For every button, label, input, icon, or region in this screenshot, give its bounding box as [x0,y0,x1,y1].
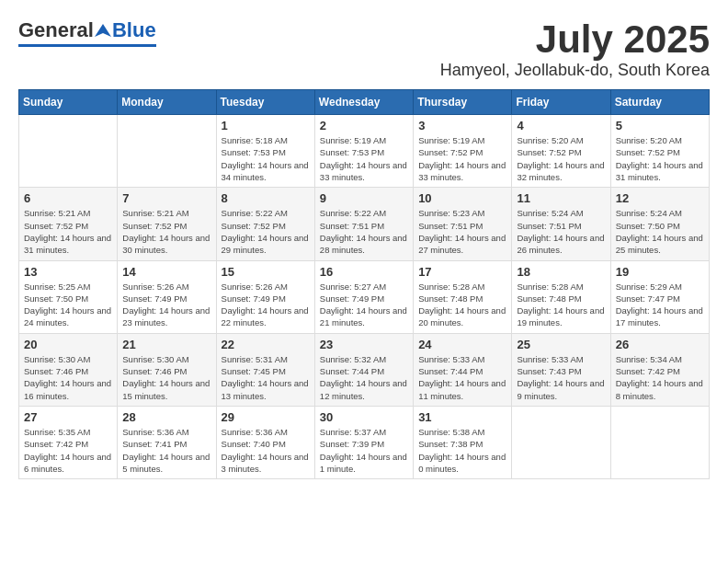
calendar-cell: 3Sunrise: 5:19 AM Sunset: 7:52 PM Daylig… [414,115,512,188]
day-info: Sunrise: 5:22 AM Sunset: 7:51 PM Dayligh… [320,207,408,256]
calendar-cell: 9Sunrise: 5:22 AM Sunset: 7:51 PM Daylig… [314,188,413,260]
day-info: Sunrise: 5:34 AM Sunset: 7:42 PM Dayligh… [616,353,704,402]
day-number: 23 [320,338,408,351]
calendar-cell: 29Sunrise: 5:36 AM Sunset: 7:40 PM Dayli… [216,406,314,478]
calendar-cell: 17Sunrise: 5:28 AM Sunset: 7:48 PM Dayli… [414,260,512,333]
calendar-cell: 30Sunrise: 5:37 AM Sunset: 7:39 PM Dayli… [314,406,413,478]
calendar-cell: 27Sunrise: 5:35 AM Sunset: 7:42 PM Dayli… [19,406,118,478]
weekday-header-thursday: Thursday [414,90,512,115]
day-info: Sunrise: 5:26 AM Sunset: 7:49 PM Dayligh… [222,281,310,329]
calendar-cell: 8Sunrise: 5:22 AM Sunset: 7:52 PM Daylig… [216,188,314,260]
calendar-cell: 23Sunrise: 5:32 AM Sunset: 7:44 PM Dayli… [314,333,413,406]
logo-underline [18,44,156,47]
day-number: 12 [616,191,704,205]
day-info: Sunrise: 5:19 AM Sunset: 7:52 PM Dayligh… [418,134,506,183]
week-row-3: 13Sunrise: 5:25 AM Sunset: 7:50 PM Dayli… [19,260,710,333]
day-info: Sunrise: 5:22 AM Sunset: 7:52 PM Dayligh… [222,207,310,256]
day-number: 9 [320,191,408,205]
weekday-header-saturday: Saturday [610,90,709,115]
day-info: Sunrise: 5:21 AM Sunset: 7:52 PM Dayligh… [122,207,210,256]
day-info: Sunrise: 5:36 AM Sunset: 7:40 PM Dayligh… [222,426,310,475]
day-number: 26 [616,338,704,351]
day-number: 16 [320,265,408,279]
day-number: 30 [320,410,408,424]
calendar-cell: 25Sunrise: 5:33 AM Sunset: 7:43 PM Dayli… [512,333,610,406]
logo: General Blue [18,18,156,47]
day-number: 19 [616,265,704,279]
day-number: 29 [222,410,310,424]
week-row-1: 1Sunrise: 5:18 AM Sunset: 7:53 PM Daylig… [19,115,710,188]
day-info: Sunrise: 5:31 AM Sunset: 7:45 PM Dayligh… [222,353,310,402]
day-info: Sunrise: 5:36 AM Sunset: 7:41 PM Dayligh… [122,426,210,475]
calendar-cell: 19Sunrise: 5:29 AM Sunset: 7:47 PM Dayli… [610,260,709,333]
calendar-cell: 15Sunrise: 5:26 AM Sunset: 7:49 PM Dayli… [216,260,314,333]
day-info: Sunrise: 5:18 AM Sunset: 7:53 PM Dayligh… [222,134,310,183]
title-section: July 2025 Hamyeol, Jeollabuk-do, South K… [440,18,710,80]
calendar-cell [512,406,610,478]
calendar-cell: 22Sunrise: 5:31 AM Sunset: 7:45 PM Dayli… [216,333,314,406]
day-number: 21 [122,338,210,351]
calendar-cell: 21Sunrise: 5:30 AM Sunset: 7:46 PM Dayli… [118,333,216,406]
calendar-cell: 16Sunrise: 5:27 AM Sunset: 7:49 PM Dayli… [314,260,413,333]
calendar-cell: 20Sunrise: 5:30 AM Sunset: 7:46 PM Dayli… [19,333,118,406]
calendar-cell: 14Sunrise: 5:26 AM Sunset: 7:49 PM Dayli… [118,260,216,333]
day-info: Sunrise: 5:35 AM Sunset: 7:42 PM Dayligh… [24,426,112,475]
logo-blue-text: Blue [112,18,156,42]
calendar-cell: 5Sunrise: 5:20 AM Sunset: 7:52 PM Daylig… [610,115,709,188]
day-number: 22 [222,338,310,351]
day-number: 10 [418,191,506,205]
day-number: 11 [517,191,605,205]
day-info: Sunrise: 5:26 AM Sunset: 7:49 PM Dayligh… [122,281,210,329]
day-info: Sunrise: 5:30 AM Sunset: 7:46 PM Dayligh… [24,353,112,402]
day-number: 25 [517,338,605,351]
day-info: Sunrise: 5:20 AM Sunset: 7:52 PM Dayligh… [517,134,605,183]
calendar-cell: 7Sunrise: 5:21 AM Sunset: 7:52 PM Daylig… [118,188,216,260]
calendar-cell: 2Sunrise: 5:19 AM Sunset: 7:53 PM Daylig… [314,115,413,188]
logo-general-text: General [18,18,94,42]
day-number: 5 [616,119,704,132]
day-number: 20 [24,338,112,351]
calendar-cell: 12Sunrise: 5:24 AM Sunset: 7:50 PM Dayli… [610,188,709,260]
day-info: Sunrise: 5:37 AM Sunset: 7:39 PM Dayligh… [320,426,408,475]
day-number: 15 [222,265,310,279]
calendar-cell: 1Sunrise: 5:18 AM Sunset: 7:53 PM Daylig… [216,115,314,188]
day-number: 13 [24,265,112,279]
calendar-cell [610,406,709,478]
calendar-cell: 18Sunrise: 5:28 AM Sunset: 7:48 PM Dayli… [512,260,610,333]
day-info: Sunrise: 5:24 AM Sunset: 7:51 PM Dayligh… [517,207,605,256]
calendar-cell: 10Sunrise: 5:23 AM Sunset: 7:51 PM Dayli… [414,188,512,260]
day-number: 8 [222,191,310,205]
day-number: 3 [418,119,506,132]
day-info: Sunrise: 5:33 AM Sunset: 7:44 PM Dayligh… [418,353,506,402]
week-row-4: 20Sunrise: 5:30 AM Sunset: 7:46 PM Dayli… [19,333,710,406]
calendar-table: SundayMondayTuesdayWednesdayThursdayFrid… [18,89,710,479]
svg-marker-0 [95,24,111,37]
day-info: Sunrise: 5:30 AM Sunset: 7:46 PM Dayligh… [122,353,210,402]
calendar-cell: 6Sunrise: 5:21 AM Sunset: 7:52 PM Daylig… [19,188,118,260]
day-number: 1 [222,119,310,132]
calendar-cell [19,115,118,188]
day-info: Sunrise: 5:38 AM Sunset: 7:38 PM Dayligh… [418,426,506,475]
day-info: Sunrise: 5:33 AM Sunset: 7:43 PM Dayligh… [517,353,605,402]
week-row-5: 27Sunrise: 5:35 AM Sunset: 7:42 PM Dayli… [19,406,710,478]
day-info: Sunrise: 5:32 AM Sunset: 7:44 PM Dayligh… [320,353,408,402]
weekday-header-wednesday: Wednesday [314,90,413,115]
week-row-2: 6Sunrise: 5:21 AM Sunset: 7:52 PM Daylig… [19,188,710,260]
day-number: 4 [517,119,605,132]
day-info: Sunrise: 5:25 AM Sunset: 7:50 PM Dayligh… [24,281,112,329]
day-info: Sunrise: 5:19 AM Sunset: 7:53 PM Dayligh… [320,134,408,183]
day-number: 14 [122,265,210,279]
day-number: 18 [517,265,605,279]
day-number: 2 [320,119,408,132]
calendar-cell: 26Sunrise: 5:34 AM Sunset: 7:42 PM Dayli… [610,333,709,406]
weekday-header-monday: Monday [118,90,216,115]
calendar-cell: 24Sunrise: 5:33 AM Sunset: 7:44 PM Dayli… [414,333,512,406]
day-number: 28 [122,410,210,424]
day-info: Sunrise: 5:28 AM Sunset: 7:48 PM Dayligh… [418,281,506,329]
weekday-header-sunday: Sunday [19,90,118,115]
day-info: Sunrise: 5:27 AM Sunset: 7:49 PM Dayligh… [320,281,408,329]
day-number: 24 [418,338,506,351]
calendar-cell [118,115,216,188]
day-number: 17 [418,265,506,279]
page-header: General Blue July 2025 Hamyeol, Jeollabu… [18,18,710,80]
